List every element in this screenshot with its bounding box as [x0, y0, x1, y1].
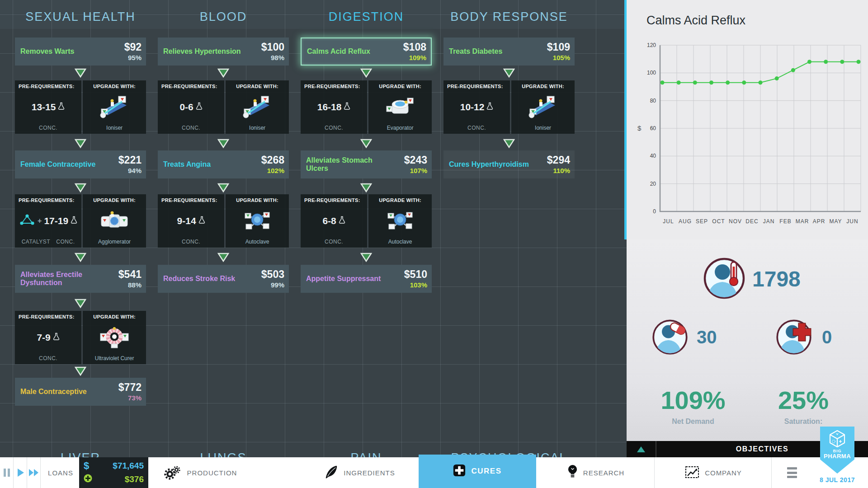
lightbulb-icon	[567, 464, 578, 481]
company-label: COMPANY	[705, 469, 742, 477]
cube-icon	[827, 429, 848, 449]
svg-text:120: 120	[647, 42, 656, 48]
income-plus-icon	[84, 474, 92, 484]
net-demand-block: 109% Net Demand	[634, 388, 752, 426]
svg-text:AUG: AUG	[679, 218, 692, 225]
svg-text:100: 100	[647, 70, 656, 76]
loans-button[interactable]: LOANS	[43, 457, 78, 488]
logo-banner: BIG PHARMA	[820, 427, 854, 474]
svg-text:OCT: OCT	[712, 218, 725, 225]
svg-text:MAY: MAY	[829, 218, 842, 225]
big-pharma-logo: BIG PHARMA 8 JUL 2017	[816, 427, 858, 483]
play-button[interactable]	[14, 457, 27, 488]
net-demand-label: Net Demand	[634, 418, 752, 426]
net-demand-value: 109%	[634, 388, 752, 413]
gears-icon	[163, 465, 182, 481]
cure-tree-area: SEXUAL HEALTHRemoves Warts$9295%PRE-REQU…	[0, 0, 627, 457]
svg-text:JUN: JUN	[846, 218, 858, 225]
panel-divider	[624, 0, 627, 239]
cash-icon: $	[84, 461, 89, 471]
game-date: 8 JUL 2017	[816, 476, 858, 483]
svg-text:0: 0	[653, 208, 656, 215]
saturation-block: 25% Saturation:	[745, 388, 862, 426]
research-tab[interactable]: RESEARCH	[561, 457, 631, 488]
production-label: PRODUCTION	[187, 469, 237, 477]
svg-text:60: 60	[650, 125, 656, 131]
feather-icon	[324, 464, 339, 482]
cure-column-partial: LIVER	[15, 0, 146, 457]
logo-text-pharma: PHARMA	[824, 453, 851, 460]
cure-column-partial: PAIN	[301, 0, 432, 457]
cash-value: $71,645	[113, 461, 144, 471]
plus-icon	[453, 464, 466, 479]
stats-section: 1798 30 0 109% Net Demand 25% Saturation…	[627, 239, 868, 441]
cured-count: 0	[822, 327, 832, 347]
svg-text:$: $	[637, 124, 642, 132]
svg-text:JUL: JUL	[663, 218, 674, 225]
svg-text:80: 80	[650, 98, 656, 104]
cure-column-partial: LUNGS	[158, 0, 289, 457]
svg-text:APR: APR	[813, 218, 826, 225]
svg-text:40: 40	[650, 153, 656, 159]
money-display[interactable]: $$71,645 $376	[79, 457, 148, 488]
saturation-value: 25%	[745, 388, 862, 413]
bottom-toolbar: LOANS $$71,645 $376 PRODUCTION INGREDIEN…	[0, 457, 868, 488]
app-window: SEXUAL HEALTHRemoves Warts$9295%PRE-REQU…	[0, 0, 868, 488]
company-tab[interactable]: COMPANY	[678, 457, 748, 488]
income-value: $376	[125, 474, 144, 484]
patient-cross-icon	[775, 319, 812, 357]
patient-thermometer-icon	[703, 257, 746, 302]
cure-detail-panel: Calms Acid Reflux 020406080100120$JULAUG…	[627, 0, 868, 457]
cure-column-partial: PSYCHOLOGICAL	[443, 0, 575, 457]
fast-forward-button[interactable]	[27, 457, 41, 488]
cures-label: CURES	[471, 467, 501, 476]
menu-button[interactable]	[785, 467, 799, 478]
svg-text:SEP: SEP	[696, 218, 708, 225]
cures-tab[interactable]: CURES	[419, 455, 536, 488]
price-history-chart: 020406080100120$JULAUGSEPOCTNOVDECJANFEB…	[630, 38, 865, 239]
treated-count: 30	[697, 327, 717, 347]
svg-text:20: 20	[650, 181, 656, 187]
price-chart-section: Calms Acid Reflux 020406080100120$JULAUG…	[627, 0, 868, 239]
panel-title: Calms Acid Reflux	[646, 14, 745, 28]
patients-count: 1798	[752, 267, 801, 291]
expand-arrow-icon[interactable]	[627, 441, 656, 457]
patient-pill-icon	[651, 319, 689, 357]
ingredients-label: INGREDIENTS	[344, 469, 395, 477]
chart-icon	[684, 465, 700, 480]
svg-text:DEC: DEC	[745, 218, 758, 225]
production-tab[interactable]: PRODUCTION	[163, 457, 237, 488]
svg-text:JAN: JAN	[763, 218, 775, 225]
svg-text:NOV: NOV	[729, 218, 742, 225]
saturation-label: Saturation:	[745, 418, 862, 426]
pause-button[interactable]	[0, 457, 14, 488]
svg-text:FEB: FEB	[779, 218, 791, 225]
svg-text:MAR: MAR	[796, 218, 809, 225]
ingredients-tab[interactable]: INGREDIENTS	[318, 457, 401, 488]
research-label: RESEARCH	[583, 469, 624, 477]
